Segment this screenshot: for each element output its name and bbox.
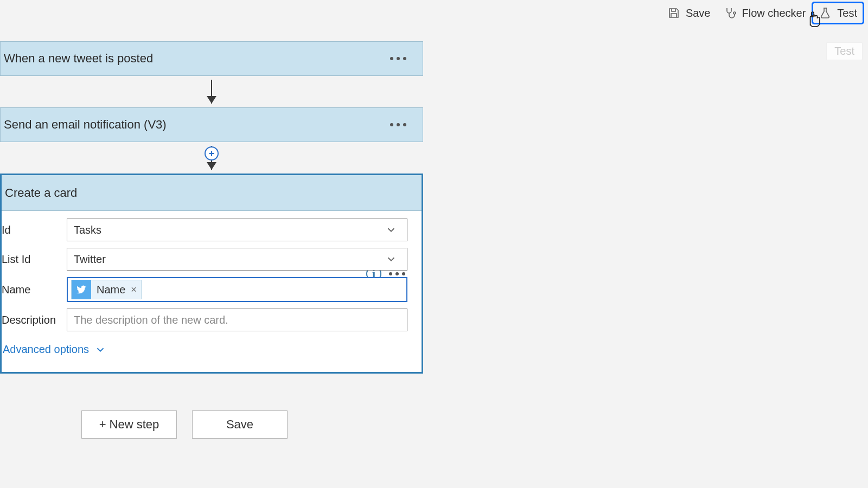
board-id-label: Id (2, 224, 61, 236)
token-remove[interactable]: × (131, 284, 137, 296)
save-flow-label: Save (226, 418, 253, 432)
new-step-button[interactable]: + New step (81, 410, 177, 439)
add-step-button[interactable]: + (205, 146, 219, 160)
dynamic-token: Name × (71, 280, 142, 299)
connector-2: + (0, 142, 423, 174)
card-name-label: Name (2, 284, 61, 296)
tooltip-test: Test (826, 42, 863, 60)
chevron-down-icon (94, 344, 106, 356)
list-id-value: Twitter (74, 253, 106, 266)
flow-checker-label: Flow checker (742, 7, 806, 20)
twitter-icon (72, 280, 91, 299)
trigger-step-menu[interactable] (390, 57, 406, 60)
trigger-step-title: When a new tweet is posted (4, 52, 153, 66)
save-button-label: Save (686, 7, 711, 20)
create-card-title: Create a card (5, 186, 77, 200)
save-flow-button[interactable]: Save (192, 410, 288, 439)
save-button[interactable]: Save (662, 3, 716, 23)
chevron-down-icon (385, 253, 397, 265)
test-button[interactable]: Test (813, 3, 863, 23)
board-id-select[interactable]: Tasks (67, 219, 407, 241)
plus-icon: + (209, 149, 215, 158)
create-card-header[interactable]: Create a card i (2, 175, 422, 211)
card-desc-placeholder: The description of the new card. (74, 314, 228, 326)
create-card-menu[interactable] (389, 272, 405, 275)
email-step[interactable]: Send an email notification (V3) (0, 107, 423, 142)
card-desc-input[interactable]: The description of the new card. (67, 309, 407, 331)
chevron-down-icon (385, 224, 397, 236)
advanced-options-label: Advanced options (3, 343, 89, 356)
new-step-label: + New step (99, 418, 159, 432)
list-id-select[interactable]: Twitter (67, 248, 407, 271)
create-card-body: Id Tasks List Id Twitter Name (2, 211, 422, 372)
board-id-value: Tasks (74, 224, 101, 236)
bottom-actions: + New step Save (81, 410, 423, 439)
flow-canvas: When a new tweet is posted Send an email… (0, 27, 423, 439)
flow-checker-button[interactable]: Flow checker (718, 3, 812, 23)
trigger-step[interactable]: When a new tweet is posted (0, 41, 423, 76)
email-step-menu[interactable] (390, 123, 406, 126)
flask-icon (819, 7, 832, 20)
test-button-label: Test (837, 7, 857, 20)
token-label: Name (97, 284, 125, 296)
card-name-input[interactable]: Name × (67, 277, 407, 302)
stethoscope-icon (724, 7, 737, 20)
card-desc-label: Description (2, 314, 61, 326)
advanced-options-toggle[interactable]: Advanced options (2, 338, 412, 365)
svg-point-0 (733, 12, 736, 14)
create-card-step: Create a card i Id Tasks List Id Twitter (0, 174, 423, 374)
top-toolbar: Save Flow checker Test (662, 0, 863, 26)
save-icon (667, 7, 680, 20)
list-id-label: List Id (2, 253, 61, 266)
email-step-title: Send an email notification (V3) (4, 118, 167, 132)
connector-1 (0, 76, 423, 107)
